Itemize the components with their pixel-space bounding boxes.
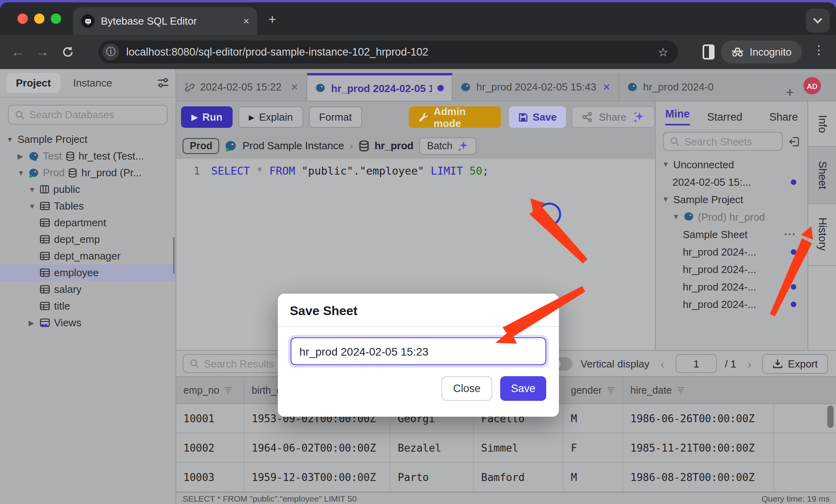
dialog-close-button[interactable]: Close [441, 376, 492, 401]
tree-item-table-dept-manager[interactable]: dept_manager [0, 248, 175, 264]
caret-right-icon[interactable]: ▶ [17, 152, 25, 160]
tree-item-schema-public[interactable]: ▼ public [0, 181, 175, 198]
sheet-group-prod-db[interactable]: ▼ (Prod) hr_prod [656, 208, 807, 225]
caret-right-icon[interactable]: ▶ [29, 319, 36, 327]
caret-down-icon[interactable]: ▼ [17, 169, 25, 177]
close-tab-icon[interactable]: ✕ [603, 81, 611, 92]
explain-button[interactable]: ▶ Explain [239, 106, 303, 128]
column-header[interactable]: gender [564, 377, 623, 403]
table-row[interactable]: 10003 1959-12-03T00:00:00Z Parto Bamford… [176, 463, 836, 492]
instance-name[interactable]: Prod Sample Instance [243, 140, 344, 152]
run-button[interactable]: ▶ Run [181, 106, 233, 128]
tab-instance[interactable]: Instance [64, 73, 121, 93]
tab-search-button[interactable] [806, 9, 830, 33]
user-avatar[interactable]: AD [803, 77, 821, 94]
editor-tab-2-active[interactable]: hr_prod 2024-02-05 15:23 [307, 73, 453, 101]
tree-item-table-salary[interactable]: salary [0, 281, 175, 298]
cell: Bamford [474, 463, 564, 491]
tab-starred[interactable]: Starred [707, 111, 743, 123]
admin-mode-button[interactable]: Admin mode [409, 106, 501, 128]
results-scrollbar[interactable] [827, 406, 834, 428]
tree-item-table-employee[interactable]: employee [0, 264, 175, 281]
save-button[interactable]: Save [509, 106, 566, 128]
sheet-item-sample[interactable]: Sample Sheet ··· [656, 225, 807, 243]
tab-project[interactable]: Project [6, 73, 60, 93]
sheet-group-unconnected[interactable]: ▼ Unconnected [656, 156, 807, 173]
sidebar-tabs: Project Instance [0, 69, 175, 98]
site-info-icon[interactable]: ⓘ [102, 44, 119, 60]
rail-tab-history[interactable]: History [808, 204, 836, 266]
prev-page-icon[interactable]: ‹ [657, 357, 668, 370]
sheet-item[interactable]: hr_prod 2024-... [656, 278, 807, 295]
export-button[interactable]: Export [763, 354, 828, 373]
table-row[interactable]: 10002 1964-06-02T00:00:00Z Bezalel Simme… [176, 433, 836, 463]
add-tab-button[interactable]: + [786, 85, 794, 101]
search-databases-input[interactable]: Search Databases [8, 105, 168, 125]
caret-down-icon[interactable]: ▼ [29, 202, 36, 210]
browser-toolbar: ← → ⓘ localhost:8080/sql-editor/prod-sam… [0, 35, 836, 69]
cell: 1964-06-02T00:00:00Z [245, 433, 391, 462]
database-name[interactable]: hr_prod [374, 140, 413, 152]
tree-item-table-dept-emp[interactable]: dept_emp [0, 231, 175, 248]
sheet-item[interactable]: hr_prod 2024-... [656, 243, 807, 260]
cell: M [564, 404, 623, 433]
reload-icon[interactable] [62, 46, 74, 58]
dialog-save-button[interactable]: Save [500, 376, 546, 401]
sheet-group-project[interactable]: ▼ Sample Project [656, 190, 807, 208]
tree-item-views[interactable]: ▶ Views [0, 314, 175, 331]
forward-icon[interactable]: → [36, 44, 49, 60]
tree-item-hr-prod[interactable]: ▼ Prod hr_prod (Pr... [0, 164, 175, 181]
rail-tab-sheet[interactable]: Sheet [808, 147, 836, 204]
column-header[interactable]: emp_no [176, 377, 245, 403]
caret-down-icon[interactable]: ▼ [662, 160, 669, 168]
bookmark-star-icon[interactable]: ☆ [658, 45, 668, 59]
caret-down-icon[interactable]: ▼ [6, 135, 13, 143]
tree-item-tables[interactable]: ▼ Tables [0, 198, 175, 214]
next-page-icon[interactable]: › [744, 357, 755, 370]
sheet-name-input[interactable] [291, 337, 546, 365]
unsaved-dot-icon [791, 284, 796, 289]
tab-share[interactable]: Share [769, 111, 798, 123]
editor-tab-1[interactable]: 2024-02-05 15:22 ✕ [176, 73, 307, 101]
results-body[interactable]: 10001 1953-09-02T00:00:00Z Georgi Facell… [176, 404, 836, 493]
browser-tab-close-icon[interactable]: × [243, 15, 249, 27]
sheet-item[interactable]: hr_prod 2024-... [656, 260, 807, 278]
back-icon[interactable]: ← [11, 44, 25, 60]
table-icon [40, 202, 50, 210]
caret-down-icon[interactable]: ▼ [672, 213, 680, 221]
tree-item-project[interactable]: ▼ Sample Project [0, 131, 175, 148]
tree-item-table-title[interactable]: title [0, 298, 175, 314]
page-number-input[interactable] [676, 354, 717, 373]
tree-item-table-department[interactable]: department [0, 214, 175, 231]
editor-tab-3[interactable]: hr_prod 2024-02-05 15:43 ✕ [453, 73, 619, 101]
import-sheet-icon[interactable] [788, 135, 800, 147]
environment-chip[interactable]: Prod [183, 138, 220, 154]
mac-zoom-button[interactable] [51, 13, 61, 24]
tree-label: Tables [54, 200, 84, 212]
sheet-item[interactable]: 2024-02-05 15:... [656, 173, 807, 190]
share-icon [582, 112, 593, 122]
filter-settings-icon[interactable] [157, 78, 169, 88]
sheet-item[interactable]: hr_prod 2024-... [656, 295, 807, 313]
new-tab-button[interactable]: + [268, 12, 276, 28]
format-button[interactable]: Format [309, 106, 362, 128]
column-header[interactable]: hire_date [623, 377, 774, 403]
url-bar[interactable]: ⓘ localhost:8080/sql-editor/prod-sample-… [98, 40, 678, 63]
dialog-close-icon[interactable]: ✕ [538, 305, 547, 317]
close-tab-icon[interactable]: ✕ [291, 81, 299, 92]
tab-mine[interactable]: Mine [665, 108, 690, 125]
editor-tab-4[interactable]: hr_prod 2024-0 [619, 73, 778, 101]
browser-menu-icon[interactable]: ⋮ [813, 43, 825, 57]
caret-down-icon[interactable]: ▼ [29, 185, 36, 193]
mac-minimize-button[interactable] [34, 13, 44, 24]
tree-item-hr-test[interactable]: ▶ Test hr_test (Test... [0, 148, 175, 164]
share-button[interactable]: Share [572, 106, 655, 128]
side-panel-icon[interactable] [703, 44, 715, 60]
mac-close-button[interactable] [17, 13, 28, 24]
batch-mode-button[interactable]: Batch [419, 137, 476, 154]
search-sheets-input[interactable]: Search Sheets [663, 132, 783, 151]
browser-tab[interactable]: Bytebase SQL Editor × [73, 7, 257, 35]
caret-down-icon[interactable]: ▼ [662, 195, 669, 203]
rail-tab-info[interactable]: Info [808, 102, 836, 147]
more-menu-icon[interactable]: ··· [784, 229, 796, 240]
